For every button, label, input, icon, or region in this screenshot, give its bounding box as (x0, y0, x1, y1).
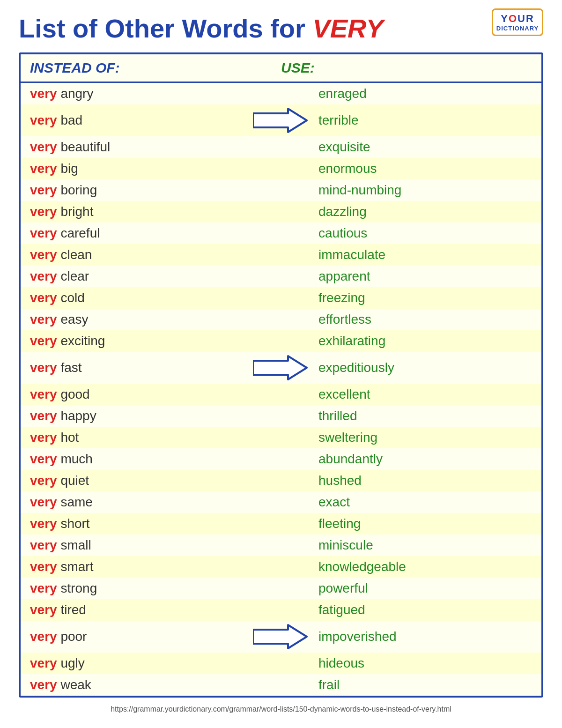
instead-cell: very big (30, 161, 244, 176)
use-cell: fatigued (318, 602, 532, 617)
very-label: very (30, 629, 57, 644)
table-row: very brightdazzling (21, 201, 541, 223)
table-row: very excitingexhilarating (21, 330, 541, 352)
arrow-icon (253, 106, 309, 134)
very-label: very (30, 602, 57, 617)
very-label: very (30, 677, 57, 692)
svg-marker-0 (253, 109, 307, 132)
logo: YOUR DICTIONARY (492, 8, 543, 36)
instead-cell: very bright (30, 204, 244, 219)
very-label: very (30, 140, 57, 154)
table-row: very tiredfatigued (21, 599, 541, 621)
use-cell: freezing (318, 290, 532, 305)
svg-marker-2 (253, 625, 307, 648)
table-row: very weakfrail (21, 674, 541, 696)
very-label: very (30, 538, 57, 552)
table-row: very smallminiscule (21, 535, 541, 556)
use-cell: miniscule (318, 538, 532, 553)
arrow-icon (253, 623, 309, 651)
use-cell: impoverished (318, 629, 532, 644)
instead-cell: very fast (30, 360, 244, 375)
table-row: very easyeffortless (21, 309, 541, 330)
table-row: very sameexact (21, 491, 541, 513)
very-label: very (30, 312, 57, 327)
very-label: very (30, 86, 57, 101)
use-cell: exhilarating (318, 334, 532, 349)
instead-cell: very clean (30, 247, 244, 262)
instead-cell: very easy (30, 312, 244, 327)
instead-cell: very beautiful (30, 140, 244, 155)
table-header: INSTEAD OF: USE: (21, 54, 541, 83)
table-row: very poor impoverished (21, 621, 541, 653)
table-row: very carefulcautious (21, 223, 541, 244)
table-row: very happythrilled (21, 405, 541, 427)
table-row: very beautifulexquisite (21, 136, 541, 158)
very-label: very (30, 656, 57, 670)
use-cell: enormous (318, 161, 532, 176)
instead-cell: very bad (30, 113, 244, 128)
use-cell: hideous (318, 656, 532, 671)
arrow-icon (253, 354, 309, 382)
use-cell: powerful (318, 581, 532, 596)
use-cell: expeditiously (318, 360, 532, 375)
use-cell: cautious (318, 226, 532, 241)
logo-dictionary: DICTIONARY (496, 25, 539, 32)
instead-cell: very good (30, 387, 244, 402)
instead-cell: very much (30, 452, 244, 467)
table-row: very smartknowledgeable (21, 556, 541, 578)
table-row: very goodexcellent (21, 384, 541, 405)
use-cell: exact (318, 495, 532, 510)
table-row: very strongpowerful (21, 578, 541, 599)
table-row: very angryenraged (21, 83, 541, 104)
header-use: USE: (281, 60, 532, 76)
instead-cell: very same (30, 495, 244, 510)
very-label: very (30, 495, 57, 509)
instead-cell: very clear (30, 269, 244, 284)
logo-your: YOUR (501, 13, 534, 25)
instead-cell: very tired (30, 602, 244, 617)
very-label: very (30, 113, 57, 127)
instead-cell: very weak (30, 677, 244, 692)
table-row: very shortfleeting (21, 513, 541, 535)
very-label: very (30, 360, 57, 375)
very-label: very (30, 247, 57, 262)
very-label: very (30, 387, 57, 401)
table-row: very boringmind-numbing (21, 179, 541, 201)
very-label: very (30, 473, 57, 488)
very-label: very (30, 581, 57, 595)
table-row: very clearapparent (21, 266, 541, 287)
instead-cell: very cold (30, 290, 244, 305)
instead-cell: very poor (30, 629, 244, 644)
very-label: very (30, 183, 57, 197)
instead-cell: very smart (30, 559, 244, 574)
table-row: very quiethushed (21, 470, 541, 491)
very-label: very (30, 516, 57, 531)
use-cell: hushed (318, 473, 532, 488)
use-cell: enraged (318, 86, 532, 101)
very-label: very (30, 409, 57, 423)
arrow-cell (244, 354, 318, 382)
use-cell: excellent (318, 387, 532, 402)
table-row: very muchabundantly (21, 448, 541, 470)
use-cell: abundantly (318, 452, 532, 467)
very-label: very (30, 452, 57, 466)
use-cell: thrilled (318, 409, 532, 423)
table-body: very angryenragedvery bad terriblevery b… (21, 83, 541, 696)
use-cell: exquisite (318, 140, 532, 155)
use-cell: terrible (318, 113, 532, 128)
instead-cell: very quiet (30, 473, 244, 488)
instead-cell: very careful (30, 226, 244, 241)
instead-cell: very exciting (30, 334, 244, 349)
instead-cell: very boring (30, 183, 244, 198)
table-row: very cleanimmaculate (21, 244, 541, 266)
very-label: very (30, 559, 57, 574)
arrow-cell (244, 623, 318, 651)
use-cell: immaculate (318, 247, 532, 262)
header-instead: INSTEAD OF: (30, 60, 281, 76)
very-label: very (30, 204, 57, 219)
arrow-cell (244, 106, 318, 134)
table-row: very coldfreezing (21, 287, 541, 309)
instead-cell: very strong (30, 581, 244, 596)
instead-cell: very short (30, 516, 244, 531)
use-cell: knowledgeable (318, 559, 532, 574)
